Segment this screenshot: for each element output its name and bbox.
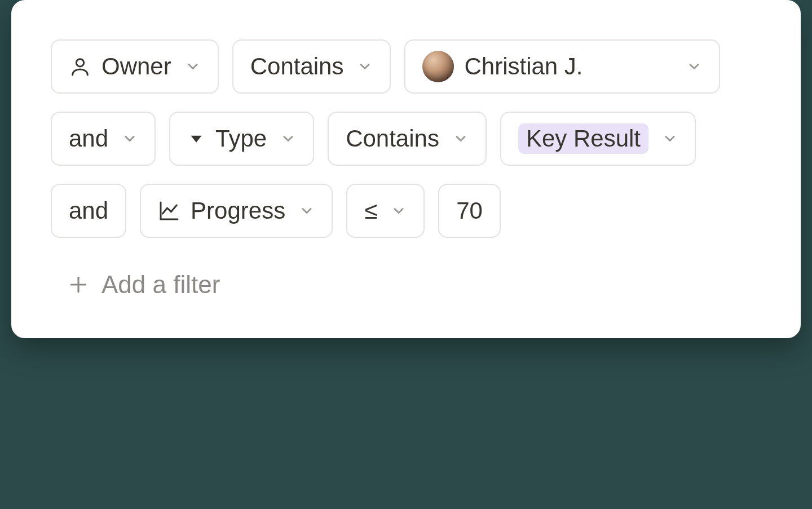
- chevron-down-icon: [357, 59, 373, 74]
- operator-select-lte[interactable]: ≤: [346, 184, 425, 238]
- conjunction-select[interactable]: and: [51, 112, 156, 166]
- property-select-type[interactable]: Type: [169, 112, 314, 166]
- property-select-progress[interactable]: Progress: [140, 184, 333, 238]
- conjunction-label: and: [69, 127, 108, 151]
- value-select-person[interactable]: Christian J.: [404, 39, 720, 94]
- value-input-number[interactable]: 70: [438, 184, 501, 238]
- filter-builder-card: Owner Contains Christian J. and: [11, 0, 801, 338]
- value-label: 70: [456, 199, 483, 223]
- chart-line-icon: [158, 200, 180, 222]
- triangle-down-icon: [187, 130, 205, 148]
- conjunction-static[interactable]: and: [51, 184, 126, 238]
- operator-label: Contains: [346, 127, 439, 151]
- property-label: Owner: [102, 55, 171, 78]
- value-label: Key Result: [526, 125, 641, 152]
- chevron-down-icon: [185, 59, 201, 74]
- chevron-down-icon: [686, 59, 702, 74]
- avatar: [422, 51, 454, 82]
- plus-icon: [68, 274, 89, 295]
- tag-pill: Key Result: [518, 123, 648, 154]
- chevron-down-icon: [280, 131, 296, 147]
- svg-point-0: [76, 59, 83, 67]
- add-filter-button[interactable]: Add a filter: [51, 256, 761, 304]
- property-select-owner[interactable]: Owner: [51, 39, 219, 94]
- chevron-down-icon: [391, 203, 407, 219]
- chevron-down-icon: [662, 131, 678, 147]
- person-icon: [69, 55, 91, 78]
- chevron-down-icon: [453, 131, 469, 147]
- value-label: Christian J.: [464, 55, 582, 78]
- chevron-down-icon: [122, 131, 138, 147]
- filter-row-1: Owner Contains Christian J.: [51, 39, 761, 94]
- property-label: Progress: [191, 199, 285, 223]
- value-select-tag[interactable]: Key Result: [500, 112, 696, 166]
- operator-label: Contains: [250, 55, 344, 78]
- filter-row-2: and Type Contains Key Result: [51, 112, 761, 166]
- operator-select-contains[interactable]: Contains: [328, 112, 487, 166]
- operator-select-contains[interactable]: Contains: [232, 39, 391, 94]
- filter-row-3: and Progress ≤ 70: [51, 184, 761, 238]
- conjunction-label: and: [69, 199, 108, 223]
- add-filter-label: Add a filter: [102, 271, 220, 299]
- chevron-down-icon: [299, 203, 315, 219]
- operator-label: ≤: [364, 199, 377, 223]
- property-label: Type: [215, 127, 267, 151]
